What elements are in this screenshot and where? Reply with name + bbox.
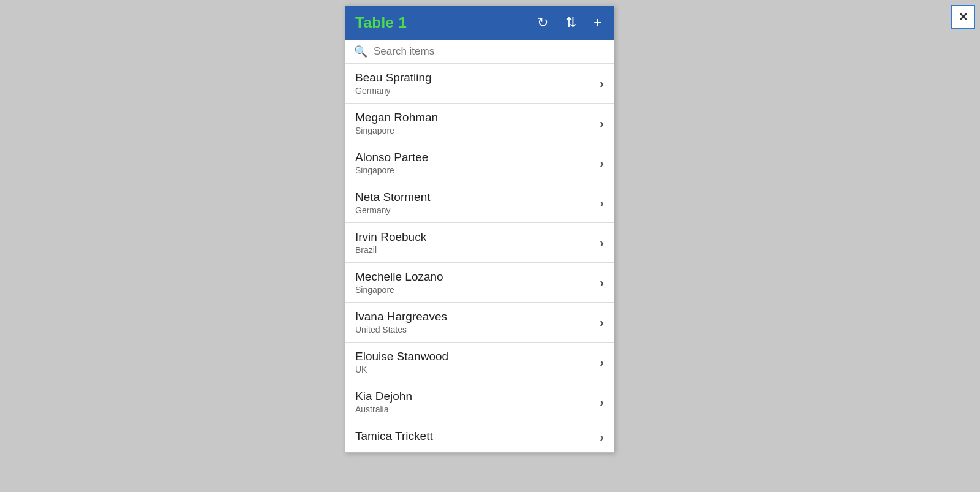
list-item-content: Beau SpratlingGermany — [355, 71, 432, 96]
item-country: Singapore — [355, 126, 438, 135]
list-item-content: Neta StormentGermany — [355, 191, 431, 215]
close-icon: ✕ — [959, 10, 968, 24]
list-item[interactable]: Elouise StanwoodUK› — [345, 343, 614, 382]
item-name: Alonso Partee — [355, 151, 428, 164]
list-item-content: Mechelle LozanoSingapore — [355, 270, 443, 295]
chevron-right-icon: › — [600, 316, 604, 330]
chevron-right-icon: › — [600, 236, 604, 250]
chevron-right-icon: › — [600, 355, 604, 369]
add-button[interactable]: + — [591, 12, 604, 33]
search-bar: 🔍 — [345, 40, 614, 64]
item-name: Irvin Roebuck — [355, 230, 426, 244]
item-name: Beau Spratling — [355, 71, 432, 85]
list-item[interactable]: Mechelle LozanoSingapore› — [345, 263, 614, 303]
list-container: Beau SpratlingGermany›Megan RohmanSingap… — [345, 64, 614, 452]
refresh-icon: ↻ — [537, 15, 548, 31]
header-icons: ↻ ⇅ + — [535, 12, 604, 33]
sort-button[interactable]: ⇅ — [563, 12, 579, 33]
list-item-content: Elouise StanwoodUK — [355, 350, 448, 374]
chevron-right-icon: › — [600, 156, 604, 170]
list-item[interactable]: Neta StormentGermany› — [345, 183, 614, 223]
chevron-right-icon: › — [600, 430, 604, 444]
list-item-content: Alonso ParteeSingapore — [355, 151, 428, 175]
item-country: Singapore — [355, 165, 428, 175]
chevron-right-icon: › — [600, 116, 604, 131]
list-item-content: Kia DejohnAustralia — [355, 390, 412, 414]
item-country: Brazil — [355, 245, 426, 255]
table-title: Table 1 — [355, 14, 407, 31]
search-icon: 🔍 — [354, 45, 368, 58]
list-item[interactable]: Megan RohmanSingapore› — [345, 104, 614, 143]
item-country: Germany — [355, 205, 431, 215]
chevron-right-icon: › — [600, 77, 604, 91]
list-item-content: Irvin RoebuckBrazil — [355, 230, 426, 255]
search-input[interactable] — [374, 45, 605, 58]
list-item-content: Megan RohmanSingapore — [355, 111, 438, 135]
list-item[interactable]: Tamica Trickett› — [345, 422, 614, 452]
list-item[interactable]: Ivana HargreavesUnited States› — [345, 303, 614, 343]
close-button[interactable]: ✕ — [951, 5, 975, 29]
list-item-content: Ivana HargreavesUnited States — [355, 310, 447, 335]
chevron-right-icon: › — [600, 196, 604, 210]
chevron-right-icon: › — [600, 276, 604, 290]
item-name: Mechelle Lozano — [355, 270, 443, 284]
header: Table 1 ↻ ⇅ + — [345, 6, 614, 40]
list-item[interactable]: Alonso ParteeSingapore› — [345, 143, 614, 183]
item-name: Megan Rohman — [355, 111, 438, 124]
main-panel: Table 1 ↻ ⇅ + 🔍 Beau SpratlingGermany›Me… — [345, 5, 614, 453]
list-item[interactable]: Kia DejohnAustralia› — [345, 382, 614, 422]
list-item[interactable]: Irvin RoebuckBrazil› — [345, 223, 614, 263]
item-country: Australia — [355, 404, 412, 414]
refresh-button[interactable]: ↻ — [535, 12, 551, 33]
item-country: United States — [355, 325, 447, 335]
list-item-content: Tamica Trickett — [355, 430, 433, 444]
item-name: Elouise Stanwood — [355, 350, 448, 363]
item-country: UK — [355, 365, 448, 374]
item-name: Tamica Trickett — [355, 430, 433, 443]
chevron-right-icon: › — [600, 395, 604, 409]
item-country: Germany — [355, 86, 432, 96]
list-item[interactable]: Beau SpratlingGermany› — [345, 64, 614, 104]
item-country: Singapore — [355, 285, 443, 295]
add-icon: + — [594, 15, 601, 31]
item-name: Neta Storment — [355, 191, 431, 204]
sort-icon: ⇅ — [565, 15, 576, 31]
item-name: Ivana Hargreaves — [355, 310, 447, 324]
item-name: Kia Dejohn — [355, 390, 412, 403]
